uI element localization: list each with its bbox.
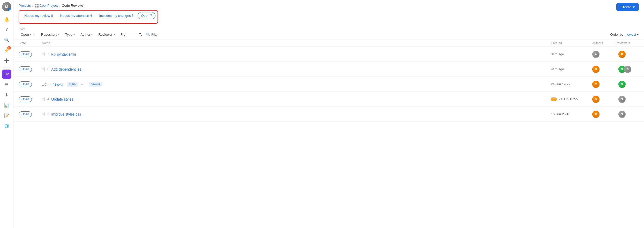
type-filter-btn[interactable]: Type ▾ [63, 32, 77, 37]
table-header: State Name Created Authors Reviewers [13, 40, 644, 47]
repository-filter-btn[interactable]: Repository ▾ [39, 32, 62, 37]
table-row: Open ⇅ 7 Fix syntax error 34m ago A R [13, 47, 644, 62]
row-authors-4: D [592, 96, 616, 103]
row-state-2: Open [19, 66, 42, 72]
table-row: Open ⇅ 6 Add dependencies 41m ago B G S [13, 62, 644, 77]
row-created-2: 41m ago [551, 67, 592, 71]
row-number: 6 [47, 67, 49, 71]
row-reviewers-4: S [616, 96, 639, 103]
merge-icon: ⇅ [42, 97, 45, 102]
row-authors-5: E [592, 111, 616, 118]
sidebar-chart-icon[interactable]: 📊 [2, 101, 11, 110]
row-title-link[interactable]: Add dependencies [51, 67, 81, 71]
reviews-table: State Name Created Authors Reviewers Ope… [13, 40, 644, 228]
author-filter-btn[interactable]: Author ▾ [78, 32, 95, 37]
avatar-divider [618, 111, 618, 118]
branch-from-tag: main [67, 82, 78, 87]
tab-needs-attention[interactable]: Needs my attention 4 [57, 12, 95, 19]
reviewer-avatar: G [618, 81, 626, 88]
order-by-control[interactable]: Order by newest ▾ [610, 33, 639, 36]
from-filter[interactable]: From [118, 32, 130, 37]
table-row: Open ⇅ 3 Improve styles.css 16 Jun 20:10… [13, 107, 644, 122]
main-content: Projects / Cool Project / Code Reviews C… [13, 0, 644, 228]
state-filter-label: State [19, 27, 639, 31]
breadcrumb-projects[interactable]: Projects [19, 4, 31, 7]
state-filter-clear[interactable]: ✕ [33, 33, 35, 36]
filters-controls: Open ▾ ✕ Repository ▾ Type ▾ Author ▾ Re… [19, 32, 639, 37]
search-icon: 🔍 [146, 33, 150, 36]
tabs-container: Needs my review 0 Needs my attention 4 I… [19, 10, 158, 24]
breadcrumb: Projects / Cool Project / Code Reviews [19, 4, 84, 7]
sidebar-download-icon[interactable]: ⬇ [2, 90, 11, 100]
row-number: 5 [49, 82, 50, 86]
state-filter-chevron: ▾ [30, 33, 31, 36]
order-by-value: newest ▾ [625, 33, 639, 36]
breadcrumb-project-link[interactable]: Cool Project [40, 4, 58, 7]
merge-icon: ⇅ [42, 67, 45, 72]
created-time: 41m ago [551, 67, 564, 71]
to-filter[interactable]: To [137, 32, 145, 37]
filter-label: Filter [151, 33, 159, 36]
row-title-link[interactable]: new-ui [53, 82, 63, 86]
breadcrumb-current: Code Reviews [62, 4, 84, 7]
row-title-link[interactable]: Improve styles.css [51, 112, 81, 116]
author-avatar: A [592, 51, 600, 58]
col-reviewers: Reviewers [616, 41, 639, 45]
sidebar-project-button[interactable]: CP [2, 70, 11, 79]
state-filter-btn[interactable]: Open ▾ ✕ [19, 32, 38, 37]
row-created-4: ! 3 21 Jun 13:55 [551, 97, 592, 101]
page-header: Projects / Cool Project / Code Reviews C… [13, 0, 644, 9]
state-badge-open: Open [19, 96, 32, 102]
from-label: From [121, 33, 128, 36]
row-reviewers-3: G [616, 81, 639, 88]
branch-to-tag: new-ui [89, 82, 102, 87]
warning-count: 3 [554, 98, 555, 101]
reviewer-avatar: S [624, 66, 631, 73]
author-avatar: E [592, 111, 600, 118]
reviewer-filter-btn[interactable]: Reviewer ▾ [96, 32, 117, 37]
state-badge-open: Open [19, 51, 32, 57]
sidebar-bell-icon[interactable]: 🔔 [2, 14, 11, 24]
col-name: Name [42, 41, 551, 45]
col-authors: Authors [592, 41, 616, 45]
sidebar-list-icon[interactable]: ☰ [2, 80, 11, 89]
row-created-3: 24 Jun 19:29 [551, 82, 592, 86]
repo-chevron-icon: ▾ [58, 33, 59, 36]
row-name-2: ⇅ 6 Add dependencies [42, 67, 551, 72]
branch-icon: ⎇ [42, 82, 47, 87]
author-avatar: C [592, 81, 600, 88]
row-number: 4 [47, 97, 49, 101]
tab-includes-changes[interactable]: Includes my changes 5 [96, 12, 137, 19]
row-state-5: Open [19, 111, 42, 117]
sidebar-plus-icon[interactable]: ➕ [2, 56, 11, 65]
user-avatar[interactable]: M M [2, 2, 11, 11]
sidebar: M M 🔔 ? 🔍 ⚡ 5 ➕ CP ☰ ⬇ 📊 📝 🧊 [0, 0, 13, 228]
row-reviewers-5: S [616, 111, 639, 118]
row-title-link[interactable]: Update styles [51, 97, 73, 101]
created-time: 21 Jun 13:55 [558, 97, 578, 101]
row-name-4: ⇅ 4 Update styles [42, 97, 551, 102]
search-filter[interactable]: 🔍 Filter [146, 33, 159, 36]
order-by-label: Order by [610, 33, 624, 36]
sidebar-notes-icon[interactable]: 📝 [2, 111, 11, 120]
tab-needs-review[interactable]: Needs my review 0 [21, 12, 56, 19]
sidebar-cube-icon[interactable]: 🧊 [2, 121, 11, 131]
breadcrumb-sep-1: / [32, 4, 33, 7]
warning-badge: ! 3 [551, 97, 557, 101]
author-filter-label: Author [80, 33, 90, 36]
row-state-3: Open [19, 81, 42, 87]
avatar-divider [618, 66, 618, 73]
author-chevron-icon: ▾ [91, 33, 93, 36]
merge-icon: ⇅ [42, 112, 45, 117]
col-state: State [19, 41, 42, 45]
row-title-link[interactable]: Fix syntax error [51, 52, 76, 56]
sidebar-search-icon[interactable]: 🔍 [2, 35, 11, 44]
merge-icon: ⇅ [42, 52, 45, 57]
author-avatar: B [592, 66, 600, 73]
row-reviewers-1: R [616, 51, 639, 58]
tab-open[interactable]: Open 7 [138, 12, 155, 19]
sidebar-help-icon[interactable]: ? [2, 25, 11, 34]
row-created-1: 34m ago [551, 52, 592, 56]
sidebar-lightning-icon[interactable]: ⚡ 5 [2, 45, 11, 55]
created-time: 34m ago [551, 52, 564, 56]
